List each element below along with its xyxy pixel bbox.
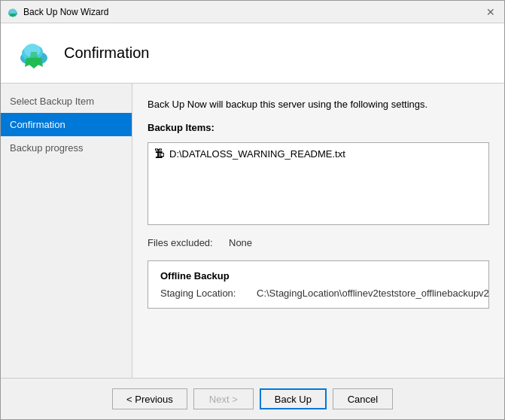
title-bar-left: Back Up Now Wizard (7, 6, 108, 18)
title-bar-icon (7, 6, 19, 18)
sidebar-item-backup-progress[interactable]: Backup progress (1, 136, 132, 160)
wizard-title: Confirmation (64, 44, 149, 62)
cloud-icon (16, 35, 52, 72)
previous-button[interactable]: < Previous (112, 388, 187, 409)
staging-location-value: C:\StagingLocation\offlinev2teststore_of… (257, 288, 489, 299)
main-content: Select Backup Item Confirmation Backup p… (1, 84, 504, 378)
backup-items-box: 🗜 D:\DATALOSS_WARNING_README.txt (148, 142, 489, 225)
backup-item-row: 🗜 D:\DATALOSS_WARNING_README.txt (154, 148, 482, 160)
files-excluded-row: Files excluded: None (148, 234, 489, 251)
title-bar: Back Up Now Wizard ✕ (1, 1, 504, 23)
staging-row: Staging Location: C:\StagingLocation\off… (160, 288, 476, 299)
staging-location-label: Staging Location: (160, 288, 251, 299)
cancel-button[interactable]: Cancel (333, 388, 393, 409)
offline-backup-box: Offline Backup Staging Location: C:\Stag… (148, 260, 489, 309)
window-title: Back Up Now Wizard (23, 7, 108, 17)
backup-items-label: Backup Items: (148, 122, 489, 133)
wizard-footer: < Previous Next > Back Up Cancel (1, 378, 504, 419)
sidebar: Select Backup Item Confirmation Backup p… (1, 84, 132, 378)
next-button[interactable]: Next > (193, 388, 254, 409)
backup-button[interactable]: Back Up (260, 388, 327, 409)
offline-backup-title: Offline Backup (160, 270, 476, 282)
backup-item-path: D:\DATALOSS_WARNING_README.txt (169, 148, 345, 160)
svg-point-3 (10, 8, 16, 14)
sidebar-item-select-backup[interactable]: Select Backup Item (1, 90, 132, 113)
files-excluded-value: None (229, 237, 252, 248)
wizard-window: Back Up Now Wizard ✕ Confirmation Select… (0, 0, 505, 420)
file-icon: 🗜 (154, 148, 165, 160)
close-button[interactable]: ✕ (483, 5, 498, 20)
files-excluded-label: Files excluded: (148, 237, 223, 248)
intro-text: Back Up Now will backup this server usin… (148, 99, 489, 110)
svg-marker-4 (10, 14, 16, 17)
sidebar-item-confirmation[interactable]: Confirmation (1, 113, 132, 136)
content-area: Back Up Now will backup this server usin… (132, 84, 504, 378)
wizard-header: Confirmation (1, 23, 504, 84)
